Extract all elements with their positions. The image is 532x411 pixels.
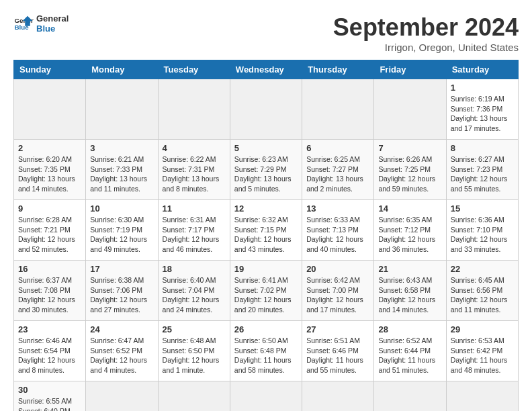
calendar-week-6: 30 Sunrise: 6:55 AM Sunset: 6:40 PM Dayl…	[14, 381, 519, 412]
day-number: 16	[18, 264, 81, 274]
daylight: Daylight: 12 hours and 59 minutes.	[378, 175, 435, 193]
calendar-week-3: 9 Sunrise: 6:28 AM Sunset: 7:21 PM Dayli…	[14, 200, 519, 261]
daylight: Daylight: 12 hours and 49 minutes.	[90, 235, 147, 253]
day-number: 9	[18, 203, 81, 214]
day-number: 13	[306, 203, 369, 214]
calendar-cell	[86, 381, 158, 412]
day-info: Sunrise: 6:23 AM Sunset: 7:29 PM Dayligh…	[234, 154, 298, 194]
day-number: 27	[306, 324, 369, 334]
calendar-cell: 8 Sunrise: 6:27 AM Sunset: 7:23 PM Dayli…	[446, 140, 518, 200]
daylight: Daylight: 13 hours and 8 minutes.	[163, 175, 220, 193]
sunrise: Sunrise: 6:35 AM	[378, 216, 432, 224]
sunset: Sunset: 6:42 PM	[451, 347, 503, 355]
day-info: Sunrise: 6:21 AM Sunset: 7:33 PM Dayligh…	[90, 154, 153, 194]
daylight: Daylight: 13 hours and 17 minutes.	[451, 114, 508, 132]
day-number: 29	[451, 324, 514, 334]
sunset: Sunset: 7:25 PM	[378, 165, 431, 173]
calendar-cell: 18 Sunrise: 6:40 AM Sunset: 7:04 PM Dayl…	[158, 261, 230, 321]
day-number: 30	[18, 385, 81, 395]
sunrise: Sunrise: 6:52 AM	[378, 336, 432, 345]
logo-line1: General	[36, 13, 69, 24]
sunset: Sunset: 6:54 PM	[18, 347, 71, 355]
day-info: Sunrise: 6:47 AM Sunset: 6:52 PM Dayligh…	[90, 336, 153, 375]
sunrise: Sunrise: 6:23 AM	[234, 155, 288, 163]
day-info: Sunrise: 6:28 AM Sunset: 7:21 PM Dayligh…	[18, 215, 81, 255]
day-info: Sunrise: 6:36 AM Sunset: 7:10 PM Dayligh…	[451, 215, 514, 255]
calendar-cell	[230, 381, 302, 412]
day-info: Sunrise: 6:40 AM Sunset: 7:04 PM Dayligh…	[163, 275, 226, 315]
day-info: Sunrise: 6:43 AM Sunset: 6:58 PM Dayligh…	[378, 275, 441, 315]
calendar-cell: 9 Sunrise: 6:28 AM Sunset: 7:21 PM Dayli…	[14, 200, 86, 261]
day-number: 12	[234, 203, 298, 214]
day-info: Sunrise: 6:27 AM Sunset: 7:23 PM Dayligh…	[451, 154, 514, 194]
sunset: Sunset: 7:29 PM	[234, 165, 287, 173]
day-info: Sunrise: 6:55 AM Sunset: 6:40 PM Dayligh…	[18, 396, 81, 411]
day-info: Sunrise: 6:53 AM Sunset: 6:42 PM Dayligh…	[451, 336, 514, 375]
day-info: Sunrise: 6:45 AM Sunset: 6:56 PM Dayligh…	[451, 275, 514, 315]
header-day-saturday: Saturday	[446, 60, 518, 79]
sunrise: Sunrise: 6:43 AM	[378, 276, 432, 284]
sunset: Sunset: 7:17 PM	[163, 226, 215, 234]
sunset: Sunset: 7:31 PM	[163, 165, 215, 173]
calendar-cell	[230, 79, 302, 140]
calendar-cell: 16 Sunrise: 6:37 AM Sunset: 7:08 PM Dayl…	[14, 261, 86, 321]
sunrise: Sunrise: 6:28 AM	[18, 216, 72, 224]
daylight: Daylight: 11 hours and 48 minutes.	[451, 356, 508, 374]
calendar-cell: 24 Sunrise: 6:47 AM Sunset: 6:52 PM Dayl…	[86, 321, 158, 381]
day-info: Sunrise: 6:41 AM Sunset: 7:02 PM Dayligh…	[234, 275, 298, 315]
daylight: Daylight: 12 hours and 52 minutes.	[18, 235, 75, 253]
sunset: Sunset: 6:52 PM	[90, 347, 142, 355]
sunset: Sunset: 7:36 PM	[451, 105, 503, 113]
day-number: 2	[18, 143, 81, 153]
header-day-monday: Monday	[86, 60, 158, 79]
header-day-friday: Friday	[374, 60, 446, 79]
calendar-cell: 26 Sunrise: 6:50 AM Sunset: 6:48 PM Dayl…	[230, 321, 302, 381]
calendar-cell	[302, 79, 374, 140]
calendar-cell: 29 Sunrise: 6:53 AM Sunset: 6:42 PM Dayl…	[446, 321, 518, 381]
sunset: Sunset: 7:33 PM	[90, 165, 142, 173]
sunrise: Sunrise: 6:48 AM	[163, 336, 216, 345]
calendar-cell: 2 Sunrise: 6:20 AM Sunset: 7:35 PM Dayli…	[14, 140, 86, 200]
day-number: 11	[163, 203, 226, 214]
daylight: Daylight: 13 hours and 11 minutes.	[90, 175, 147, 193]
calendar-cell: 6 Sunrise: 6:25 AM Sunset: 7:27 PM Dayli…	[302, 140, 374, 200]
calendar-cell	[302, 381, 374, 412]
header-day-thursday: Thursday	[302, 60, 374, 79]
sunset: Sunset: 6:46 PM	[306, 347, 359, 355]
sunset: Sunset: 7:02 PM	[234, 286, 287, 294]
sunrise: Sunrise: 6:37 AM	[18, 276, 72, 284]
calendar-cell	[14, 79, 86, 140]
calendar-cell: 23 Sunrise: 6:46 AM Sunset: 6:54 PM Dayl…	[14, 321, 86, 381]
daylight: Daylight: 12 hours and 27 minutes.	[90, 295, 147, 314]
calendar-title: September 2024	[333, 13, 519, 42]
calendar-subtitle: Irrigon, Oregon, United States	[333, 42, 519, 53]
day-number: 20	[306, 264, 369, 274]
header-day-wednesday: Wednesday	[230, 60, 302, 79]
sunrise: Sunrise: 6:20 AM	[18, 155, 72, 163]
sunrise: Sunrise: 6:53 AM	[451, 336, 504, 345]
calendar-cell: 25 Sunrise: 6:48 AM Sunset: 6:50 PM Dayl…	[158, 321, 230, 381]
calendar-cell: 19 Sunrise: 6:41 AM Sunset: 7:02 PM Dayl…	[230, 261, 302, 321]
calendar-cell	[158, 79, 230, 140]
calendar-cell: 10 Sunrise: 6:30 AM Sunset: 7:19 PM Dayl…	[86, 200, 158, 261]
sunset: Sunset: 7:19 PM	[90, 226, 142, 234]
sunset: Sunset: 7:21 PM	[18, 226, 71, 234]
daylight: Daylight: 12 hours and 55 minutes.	[451, 175, 508, 193]
day-number: 18	[163, 264, 226, 274]
calendar-cell: 1 Sunrise: 6:19 AM Sunset: 7:36 PM Dayli…	[446, 79, 518, 140]
sunset: Sunset: 7:04 PM	[163, 286, 215, 294]
day-number: 17	[90, 264, 153, 274]
sunrise: Sunrise: 6:46 AM	[18, 336, 72, 345]
day-info: Sunrise: 6:46 AM Sunset: 6:54 PM Dayligh…	[18, 336, 81, 375]
sunset: Sunset: 7:12 PM	[378, 226, 431, 234]
calendar-cell: 3 Sunrise: 6:21 AM Sunset: 7:33 PM Dayli…	[86, 140, 158, 200]
daylight: Daylight: 12 hours and 8 minutes.	[18, 356, 75, 374]
sunrise: Sunrise: 6:42 AM	[306, 276, 360, 284]
calendar-cell	[446, 381, 518, 412]
calendar-cell: 30 Sunrise: 6:55 AM Sunset: 6:40 PM Dayl…	[14, 381, 86, 412]
calendar-cell: 7 Sunrise: 6:26 AM Sunset: 7:25 PM Dayli…	[374, 140, 446, 200]
calendar-week-5: 23 Sunrise: 6:46 AM Sunset: 6:54 PM Dayl…	[14, 321, 519, 381]
calendar-cell: 11 Sunrise: 6:31 AM Sunset: 7:17 PM Dayl…	[158, 200, 230, 261]
day-info: Sunrise: 6:33 AM Sunset: 7:13 PM Dayligh…	[306, 215, 369, 255]
header-day-sunday: Sunday	[14, 60, 86, 79]
